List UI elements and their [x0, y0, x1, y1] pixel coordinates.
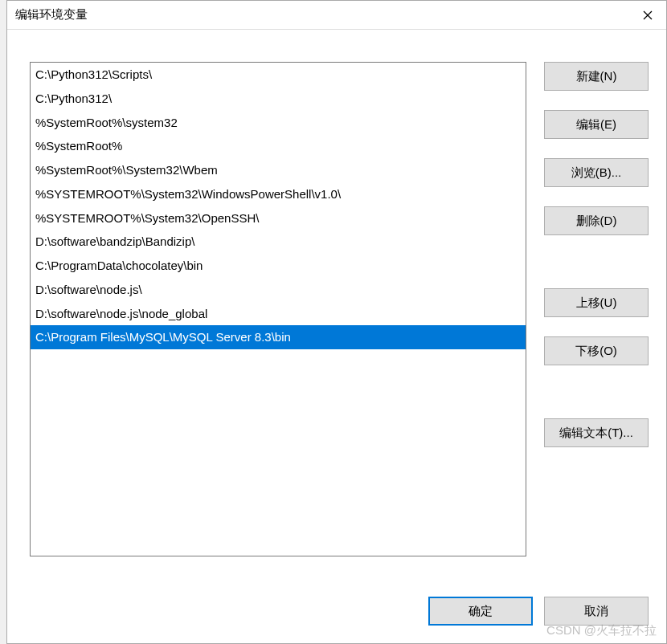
- new-button[interactable]: 新建(N): [544, 62, 649, 91]
- ok-button[interactable]: 确定: [428, 597, 533, 626]
- list-item[interactable]: %SystemRoot%: [31, 134, 526, 158]
- list-item[interactable]: D:\software\node.js\node_global: [31, 302, 526, 326]
- delete-button[interactable]: 删除(D): [544, 206, 649, 235]
- path-list[interactable]: C:\Python312\Scripts\C:\Python312\%Syste…: [30, 62, 526, 556]
- list-item[interactable]: C:\Program Files\MySQL\MySQL Server 8.3\…: [31, 325, 526, 349]
- env-var-dialog: 编辑环境变量 C:\Python312\Scripts\C:\Python312…: [6, 0, 667, 644]
- dialog-body: C:\Python312\Scripts\C:\Python312\%Syste…: [7, 30, 666, 593]
- list-item[interactable]: C:\Python312\: [31, 87, 526, 111]
- list-item[interactable]: D:\software\bandzip\Bandizip\: [31, 230, 526, 254]
- edit-text-button[interactable]: 编辑文本(T)...: [544, 418, 649, 447]
- cancel-button[interactable]: 取消: [544, 597, 649, 626]
- dialog-title: 编辑环境变量: [15, 7, 88, 22]
- list-item[interactable]: %SYSTEMROOT%\System32\OpenSSH\: [31, 206, 526, 230]
- list-item[interactable]: %SystemRoot%\system32: [31, 111, 526, 135]
- close-button[interactable]: [629, 1, 666, 30]
- close-icon: [643, 10, 653, 20]
- dialog-footer: 确定 取消: [7, 593, 666, 643]
- list-item[interactable]: %SystemRoot%\System32\Wbem: [31, 158, 526, 182]
- side-button-panel: 新建(N) 编辑(E) 浏览(B)... 删除(D) 上移(U) 下移(O) 编…: [544, 62, 649, 587]
- list-item[interactable]: C:\ProgramData\chocolatey\bin: [31, 254, 526, 278]
- list-item[interactable]: C:\Python312\Scripts\: [31, 63, 526, 87]
- move-up-button[interactable]: 上移(U): [544, 288, 649, 317]
- edit-button[interactable]: 编辑(E): [544, 110, 649, 139]
- list-item[interactable]: %SYSTEMROOT%\System32\WindowsPowerShell\…: [31, 182, 526, 206]
- move-down-button[interactable]: 下移(O): [544, 336, 649, 365]
- titlebar: 编辑环境变量: [7, 1, 666, 30]
- browse-button[interactable]: 浏览(B)...: [544, 158, 649, 187]
- list-item[interactable]: D:\software\node.js\: [31, 278, 526, 302]
